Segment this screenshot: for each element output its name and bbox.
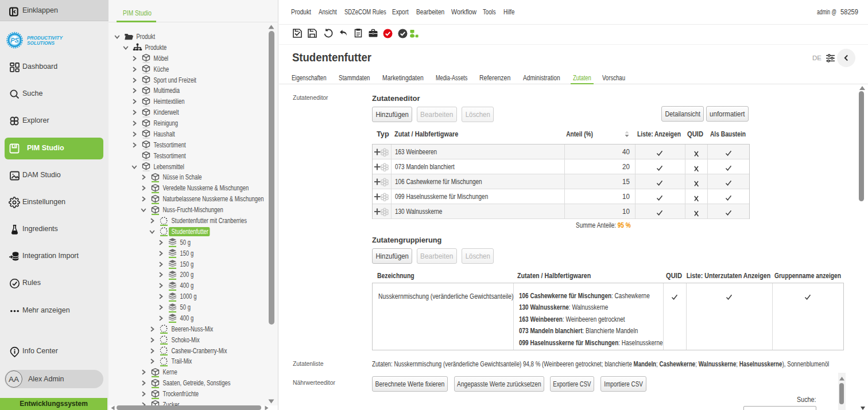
svg-text:PS: PS <box>10 37 18 44</box>
svg-text:SOLUTIONS: SOLUTIONS <box>27 40 55 46</box>
